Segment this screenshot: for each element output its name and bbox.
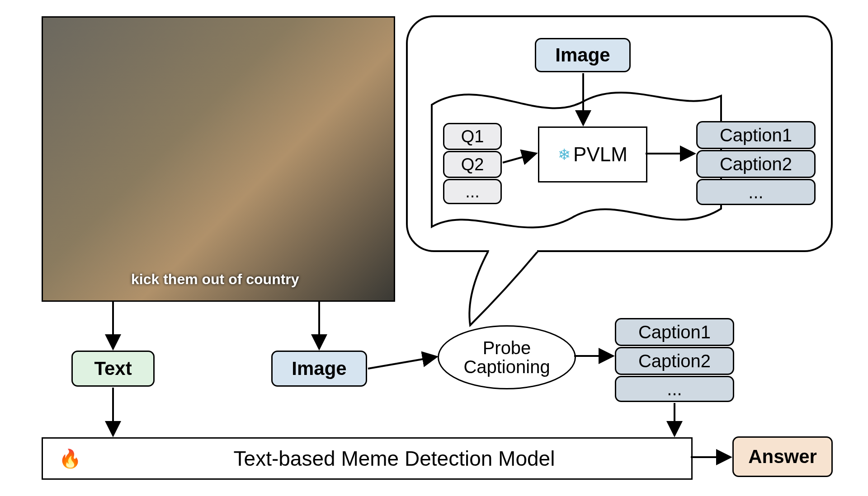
question-more: ... xyxy=(443,179,502,204)
caption-upper-2: Caption2 xyxy=(696,150,816,178)
answer-node-label: Answer xyxy=(748,446,817,468)
caption-lower-2-label: Caption2 xyxy=(638,351,711,371)
caption-lower-2: Caption2 xyxy=(615,347,734,375)
meme-overlay-text: kick them out of country xyxy=(131,271,299,288)
caption-lower-more-label: ... xyxy=(667,379,682,399)
caption-upper-more: ... xyxy=(696,179,816,205)
caption-upper-1: Caption1 xyxy=(696,121,816,149)
caption-lower-more: ... xyxy=(615,376,734,402)
text-node-label: Text xyxy=(94,358,132,379)
caption-upper-1-label: Caption1 xyxy=(720,125,792,145)
image-node-upper-label: Image xyxy=(555,44,610,66)
caption-upper-2-label: Caption2 xyxy=(720,154,792,174)
meme-image xyxy=(42,16,395,302)
probe-captioning-label: Probe Captioning xyxy=(439,338,575,376)
caption-upper-more-label: ... xyxy=(748,182,763,202)
caption-lower-1-label: Caption1 xyxy=(638,322,711,342)
pvlm-label: PVLM xyxy=(573,143,627,166)
probe-captioning-node: Probe Captioning xyxy=(438,325,576,389)
detector-box: 🔥 Text-based Meme Detection Model xyxy=(42,437,693,480)
image-node-lower-label: Image xyxy=(292,358,346,379)
detector-label: Text-based Meme Detection Model xyxy=(234,447,555,470)
svg-line-5 xyxy=(368,357,436,369)
image-node-lower: Image xyxy=(271,351,367,387)
caption-lower-1: Caption1 xyxy=(615,318,734,346)
question-q2: Q2 xyxy=(443,151,502,178)
question-q1-label: Q1 xyxy=(461,127,484,146)
image-node-upper: Image xyxy=(535,38,631,72)
frozen-icon: ❄ xyxy=(558,145,571,164)
question-q1: Q1 xyxy=(443,123,502,150)
answer-node: Answer xyxy=(732,436,833,477)
text-node: Text xyxy=(71,351,155,387)
question-more-label: ... xyxy=(465,182,480,201)
pvlm-box: ❄ PVLM xyxy=(538,126,647,182)
fire-icon: 🔥 xyxy=(59,448,81,469)
question-q2-label: Q2 xyxy=(461,155,484,174)
